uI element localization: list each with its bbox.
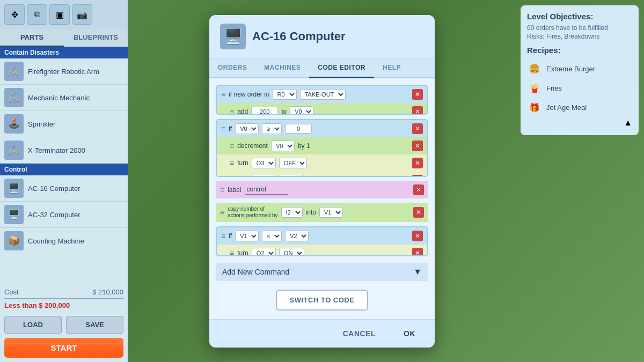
modal-body: ≡ if new order in R0 TAKE-OUT ✕ ≡ add to… [209,78,435,319]
if-body: ≡ add to V0 ✕ [217,103,427,115]
delete-copy-btn[interactable]: ✕ [413,207,424,218]
delete-if3-btn[interactable]: ✕ [412,231,423,241]
modal-overlay: 🖥️ AC-16 Computer ORDERS MACHINES CODE E… [0,0,644,362]
if3-keyword: if [229,232,232,240]
if3-op-select[interactable]: ≤ [262,231,282,241]
if-new-order-block: ≡ if new order in R0 TAKE-OUT ✕ ≡ add to… [216,85,428,115]
copy-dest-select[interactable]: V1 [319,207,343,218]
delete-label-btn[interactable]: ✕ [413,184,424,195]
drag-handle-o2[interactable]: ≡ [230,249,234,256]
if-v1-v2-block: ≡ if V1 ≤ V2 ✕ ≡ turn O2 ON ✕ [216,226,428,256]
turn-off-row: ≡ turn O3 OFF ✕ [217,154,427,172]
drag-handle-on[interactable]: ≡ [230,176,234,177]
turn-off-state-select[interactable]: OFF [279,158,307,168]
add-row: ≡ add to V0 ✕ [217,103,427,115]
turn-o2-state-select[interactable]: ON [279,248,304,256]
delete-if2-btn[interactable]: ✕ [412,123,423,134]
drag-handle-if2[interactable]: ≡ [221,124,225,133]
turn-o2-keyword: turn [237,249,248,256]
to-keyword: to [281,108,287,115]
delete-dec-btn[interactable]: ✕ [412,141,423,151]
by-keyword: by 1 [298,142,310,150]
tab-help[interactable]: HELP [374,58,409,78]
turn-off-keyword: turn [237,159,248,167]
modal-tab-bar: ORDERS MACHINES CODE EDITOR HELP [209,58,435,78]
if3-var1-select[interactable]: V1 [235,231,259,241]
if-keyword: if new order in [229,91,269,98]
turn-o2-var-select[interactable]: O2 [252,248,276,256]
label-keyword: label [228,186,241,194]
add-command-label: Add New Command [222,268,289,276]
turn-on-var-select[interactable]: O1 [252,175,276,177]
if2-var1-select[interactable]: V0 [235,123,259,134]
modal-footer: CANCEL OK [209,319,435,348]
decrement-keyword: decrement [237,142,268,150]
tab-orders[interactable]: ORDERS [209,58,255,78]
ok-button[interactable]: OK [393,325,426,342]
turn-off-var-select[interactable]: O3 [252,158,276,168]
if2-value-input[interactable] [285,124,312,134]
modal-title: AC-16 Computer [252,29,346,43]
into-keyword: into [306,209,316,216]
delete-if-btn[interactable]: ✕ [412,89,423,100]
tab-code-editor[interactable]: CODE EDITOR [309,58,374,78]
turn-on-row: ≡ turn O1 ON ✕ [217,172,427,177]
copy-keyword: copy number ofactions performed by [228,206,277,219]
drag-handle-copy[interactable]: ≡ [220,208,224,217]
if-var-select[interactable]: R0 [273,89,297,100]
tab-machines[interactable]: MACHINES [255,58,309,78]
add-value-input[interactable] [251,107,278,115]
if2-keyword: if [229,125,232,132]
chevron-down-icon: ▼ [413,267,422,277]
drag-handle-if3[interactable]: ≡ [221,232,225,240]
turn-on-keyword: turn [237,176,248,177]
drag-handle-add[interactable]: ≡ [230,107,234,115]
cancel-button[interactable]: CANCEL [332,325,386,342]
modal: 🖥️ AC-16 Computer ORDERS MACHINES CODE E… [209,15,435,348]
if-v1-header: ≡ if V1 ≤ V2 ✕ [217,227,427,245]
modal-icon: 🖥️ [220,24,246,49]
if-op-select[interactable]: TAKE-OUT [300,89,346,100]
turn-o2-row: ≡ turn O2 ON ✕ [217,245,427,256]
copy-var-select[interactable]: I2 [281,207,303,218]
drag-handle-off[interactable]: ≡ [230,159,234,167]
if-compare-header: ≡ if V0 ≥ ✕ [217,120,427,137]
delete-add-btn[interactable]: ✕ [412,106,423,115]
drag-handle[interactable]: ≡ [221,90,225,99]
decrement-row: ≡ decrement V0 by 1 ✕ [217,137,427,154]
dec-var-select[interactable]: V0 [271,141,295,151]
delete-off-btn[interactable]: ✕ [412,158,423,168]
if3-body: ≡ turn O2 ON ✕ [217,245,427,256]
if2-op-select[interactable]: ≥ [262,123,282,134]
turn-on-state-select[interactable]: ON [279,175,304,177]
if-new-order-header: ≡ if new order in R0 TAKE-OUT ✕ [217,86,427,103]
delete-on-btn[interactable]: ✕ [412,175,423,177]
if2-body: ≡ decrement V0 by 1 ✕ ≡ turn O3 OFF ✕ [217,137,427,177]
add-keyword: add [237,108,248,115]
label-value-input[interactable] [245,184,288,195]
if3-var2-select[interactable]: V2 [285,231,309,241]
drag-handle-label[interactable]: ≡ [220,186,224,194]
if-compare-block: ≡ if V0 ≥ ✕ ≡ decrement V0 by 1 ✕ [216,119,428,177]
label-row: ≡ label ✕ [216,181,428,198]
copy-row: ≡ copy number ofactions performed by I2 … [216,203,428,222]
add-var-select[interactable]: V0 [290,106,313,115]
add-command-row[interactable]: Add New Command ▼ [216,263,428,281]
drag-handle-dec[interactable]: ≡ [230,142,234,150]
modal-header: 🖥️ AC-16 Computer [209,15,435,58]
delete-o2-btn[interactable]: ✕ [412,248,423,256]
switch-to-code-button[interactable]: SWITCH TO CODE [276,290,369,311]
